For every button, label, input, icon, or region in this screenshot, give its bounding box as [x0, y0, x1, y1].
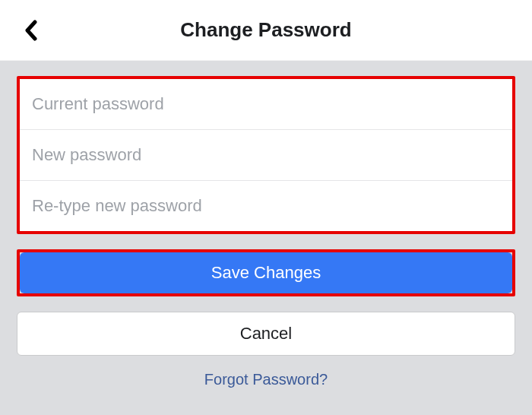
password-input-group [17, 76, 515, 234]
retype-password-input[interactable] [20, 181, 512, 231]
content-area: Save Changes Cancel Forgot Password? [0, 61, 532, 415]
back-button[interactable] [15, 15, 46, 46]
new-password-input[interactable] [20, 130, 512, 180]
header: Change Password [0, 0, 532, 61]
forgot-password-link[interactable]: Forgot Password? [17, 371, 515, 388]
chevron-left-icon [24, 20, 37, 41]
save-changes-button[interactable]: Save Changes [20, 252, 512, 293]
input-row [20, 79, 512, 130]
page-title: Change Password [0, 18, 532, 42]
save-button-highlight: Save Changes [17, 249, 515, 296]
input-row [20, 130, 512, 181]
cancel-button[interactable]: Cancel [17, 312, 515, 356]
input-row [20, 181, 512, 231]
current-password-input[interactable] [20, 79, 512, 129]
